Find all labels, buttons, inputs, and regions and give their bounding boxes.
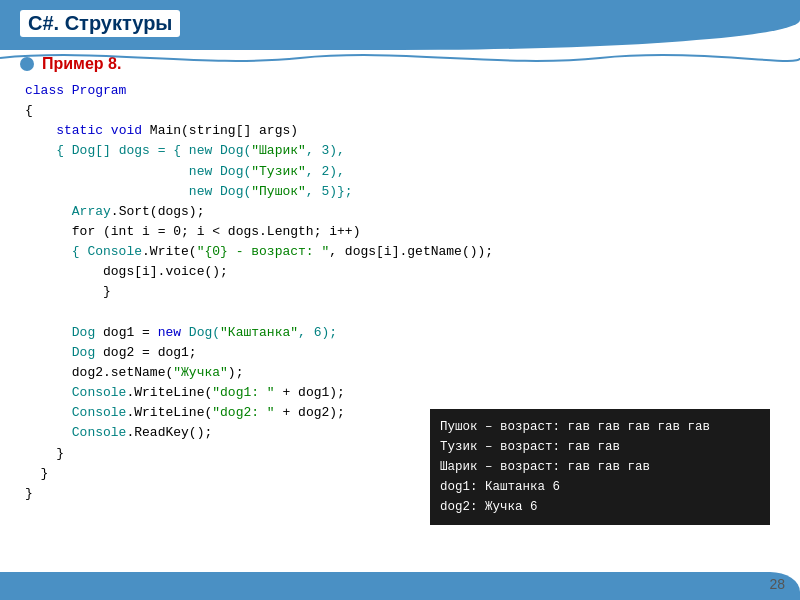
terminal-line-1: Пушок – возраст: гав гав гав гав гав <box>440 417 760 437</box>
code-line-12: Dog dog1 = new Dog("Каштанка", 6); <box>25 323 790 343</box>
code-line-8: for (int i = 0; i < dogs.Length; i++) <box>25 222 790 242</box>
page-title: C#. Структуры <box>20 10 180 37</box>
code-line-10: dogs[i].voice(); <box>25 262 790 282</box>
code-line-11: } <box>25 282 790 302</box>
terminal-line-5: dog2: Жучка 6 <box>440 497 760 517</box>
code-line-1: class Program <box>25 81 790 101</box>
terminal-line-3: Шарик – возраст: гав гав гав <box>440 457 760 477</box>
code-line-6: new Dog("Пушок", 5)}; <box>25 182 790 202</box>
code-line-blank <box>25 303 790 323</box>
code-line-13: Dog dog2 = dog1; <box>25 343 790 363</box>
code-line-9: { Console.Write("{0} - возраст: ", dogs[… <box>25 242 790 262</box>
code-line-2: { <box>25 101 790 121</box>
wavy-divider <box>0 48 800 72</box>
title-text: C#. Структуры <box>28 12 172 34</box>
page-number: 28 <box>769 576 785 592</box>
code-line-14: dog2.setName("Жучка"); <box>25 363 790 383</box>
footer-bar <box>0 572 800 600</box>
code-line-7: Array.Sort(dogs); <box>25 202 790 222</box>
terminal-output: Пушок – возраст: гав гав гав гав гав Туз… <box>430 409 770 525</box>
code-line-3: static void Main(string[] args) <box>25 121 790 141</box>
terminal-line-2: Тузик – возраст: гав гав <box>440 437 760 457</box>
main-content: Пример 8. class Program { static void Ma… <box>10 55 790 580</box>
terminal-line-4: dog1: Каштанка 6 <box>440 477 760 497</box>
code-line-4: { Dog[] dogs = { new Dog("Шарик", 3), <box>25 141 790 161</box>
code-line-15: Console.WriteLine("dog1: " + dog1); <box>25 383 790 403</box>
code-line-5: new Dog("Тузик", 2), <box>25 162 790 182</box>
